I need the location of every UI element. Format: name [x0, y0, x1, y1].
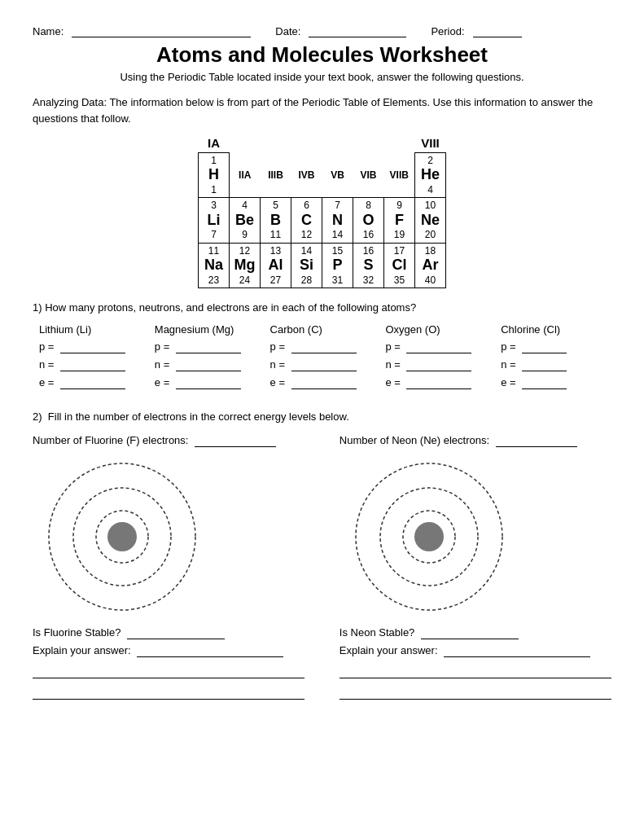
- element-N: 7 N 14: [322, 198, 353, 243]
- n-row-cl: n =: [501, 358, 605, 371]
- group-viib: VIIB: [384, 153, 415, 198]
- p-blank-cl[interactable]: [522, 340, 567, 353]
- n-blank-li[interactable]: [60, 358, 125, 371]
- question2-number: 2): [33, 410, 42, 423]
- group-ivb: IVB: [291, 153, 322, 198]
- n-row-o: n =: [385, 358, 489, 371]
- neon-long-blank-2[interactable]: [340, 687, 611, 700]
- atom-magnesium-col: Magnesium (Mg) p = n = e =: [150, 322, 264, 396]
- element-Ar: 18 Ar 40: [415, 243, 446, 288]
- group-viii: VIII: [415, 134, 446, 153]
- neon-stability-col: Is Neon Stable? Explain your answer:: [340, 626, 611, 700]
- e-row-o: e =: [385, 376, 489, 389]
- element-Be: 4 Be 9: [230, 198, 261, 243]
- neon-stable-blank[interactable]: [421, 626, 519, 639]
- atom-lithium-col: Lithium (Li) p = n = e =: [34, 322, 148, 396]
- p-blank-li[interactable]: [60, 340, 125, 353]
- element-C: 6 C 12: [291, 198, 322, 243]
- e-row-mg: e =: [155, 376, 259, 389]
- stability-section: Is Fluorine Stable? Explain your answer:…: [33, 626, 611, 700]
- period-field[interactable]: [473, 24, 522, 37]
- n-blank-cl[interactable]: [522, 358, 567, 371]
- element-O: 8 O 16: [353, 198, 384, 243]
- element-H: 1 H 1: [199, 153, 230, 198]
- n-blank-c[interactable]: [291, 358, 357, 371]
- e-row-li: e =: [39, 376, 143, 389]
- group-vib: VIB: [353, 153, 384, 198]
- neon-explain-row: Explain your answer:: [340, 644, 611, 657]
- element-Li: 3 Li 7: [199, 198, 230, 243]
- question1-text: How many protons, neutrons, and electron…: [45, 301, 416, 314]
- p-blank-mg[interactable]: [176, 340, 241, 353]
- period-label: Period:: [431, 25, 464, 37]
- question2-text: Fill in the number of electrons in the c…: [48, 410, 349, 423]
- p-blank-o[interactable]: [406, 340, 471, 353]
- spacer: [230, 134, 261, 153]
- group-vb: VB: [322, 153, 353, 198]
- e-blank-cl[interactable]: [522, 376, 567, 389]
- e-blank-li[interactable]: [60, 376, 125, 389]
- n-blank-o[interactable]: [406, 358, 471, 371]
- neon-label-text: Number of Neon (Ne) electrons:: [340, 434, 489, 446]
- svg-point-7: [414, 522, 444, 551]
- question1-number: 1): [33, 301, 42, 314]
- element-F: 9 F 19: [384, 198, 415, 243]
- fluorine-explain-row: Explain your answer:: [33, 644, 304, 657]
- atom-carbon-name: Carbon (C): [270, 323, 375, 336]
- n-blank-mg[interactable]: [176, 358, 241, 371]
- page-title: Atoms and Molecules Worksheet: [33, 42, 611, 68]
- n-row-li: n =: [39, 358, 143, 371]
- bohr-neon: Number of Neon (Ne) electrons:: [340, 434, 611, 618]
- fluorine-explain-label: Explain your answer:: [33, 644, 131, 656]
- svg-point-3: [107, 522, 137, 551]
- atoms-table: Lithium (Li) p = n = e = Magnesium (Mg) …: [33, 320, 611, 397]
- spacer: [384, 134, 415, 153]
- date-label: Date:: [275, 25, 300, 37]
- element-P: 15 P 31: [322, 243, 353, 288]
- fluorine-long-blank-2[interactable]: [33, 687, 304, 700]
- fluorine-stable-blank[interactable]: [127, 626, 225, 639]
- fluorine-explain-blank[interactable]: [137, 644, 283, 657]
- neon-explain-blank[interactable]: [444, 644, 590, 657]
- header-line: Name: Date: Period:: [33, 24, 611, 37]
- element-Ne: 10 Ne 20: [415, 198, 446, 243]
- name-field[interactable]: [72, 24, 251, 37]
- element-Al: 13 Al 27: [261, 243, 291, 288]
- periodic-table: IA VIII 1 H 1 IIA IIIB IVB VB VIB VIIB 2: [198, 134, 446, 288]
- p-row-mg: p =: [155, 340, 259, 353]
- spacer: [353, 134, 384, 153]
- fluorine-electrons-label: Number of Fluorine (F) electrons:: [33, 434, 276, 447]
- neon-long-blank-1[interactable]: [340, 665, 611, 678]
- p-row-cl: p =: [501, 340, 605, 353]
- neon-stable-row: Is Neon Stable?: [340, 626, 611, 639]
- atom-carbon-col: Carbon (C) p = n = e =: [265, 322, 379, 396]
- p-row-li: p =: [39, 340, 143, 353]
- element-He: 2 He 4: [415, 153, 446, 198]
- atom-chlorine-col: Chlorine (Cl) p = n = e =: [496, 322, 610, 396]
- spacer: [322, 134, 353, 153]
- bohr-fluorine: Number of Fluorine (F) electrons:: [33, 434, 304, 618]
- n-row-c: n =: [270, 358, 375, 371]
- atom-lithium-name: Lithium (Li): [39, 323, 143, 336]
- neon-bohr-diagram: [348, 455, 510, 618]
- question1-title: 1) How many protons, neutrons, and elect…: [33, 301, 611, 314]
- name-label: Name:: [33, 25, 64, 37]
- neon-stable-label: Is Neon Stable?: [340, 626, 415, 639]
- subtitle: Using the Periodic Table located inside …: [33, 71, 611, 83]
- spacer: [291, 134, 322, 153]
- e-blank-mg[interactable]: [176, 376, 241, 389]
- group-iiib: IIIB: [261, 153, 291, 198]
- group-ia: IA: [199, 134, 230, 153]
- e-blank-o[interactable]: [406, 376, 471, 389]
- fluorine-bohr-diagram: [41, 455, 204, 618]
- fluorine-long-blank-1[interactable]: [33, 665, 304, 678]
- e-row-c: e =: [270, 376, 375, 389]
- p-row-o: p =: [385, 340, 489, 353]
- element-Si: 14 Si 28: [291, 243, 322, 288]
- p-blank-c[interactable]: [291, 340, 357, 353]
- n-row-mg: n =: [155, 358, 259, 371]
- neon-electrons-blank[interactable]: [496, 434, 577, 447]
- date-field[interactable]: [309, 24, 406, 37]
- e-blank-c[interactable]: [291, 376, 357, 389]
- fluorine-electrons-blank[interactable]: [195, 434, 276, 447]
